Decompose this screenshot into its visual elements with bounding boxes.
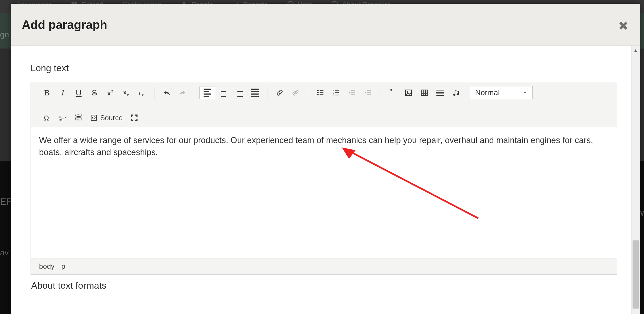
paragraph-format-select[interactable]: Normal [470,86,533,99]
editor-text: We offer a wide range of services for ou… [39,135,593,157]
undo-button[interactable] [159,86,175,99]
scroll-thumb[interactable] [633,240,639,309]
long-text-label: Long text [31,63,617,73]
image-button[interactable] [401,86,416,99]
link-button[interactable] [272,86,288,99]
path-p[interactable]: p [61,262,65,270]
align-justify-button[interactable] [247,86,263,99]
special-char-button[interactable]: Ω [39,111,55,124]
svg-text:3: 3 [333,94,334,97]
show-blocks-button[interactable] [71,111,87,124]
bulleted-list-button[interactable] [312,86,328,99]
svg-line-59 [347,150,478,218]
language-button[interactable]: 語 [55,111,71,124]
outdent-button[interactable] [344,86,360,99]
svg-text:Ω: Ω [44,114,49,122]
bg-text-av: av [0,248,9,257]
svg-rect-58 [91,115,97,120]
dialog-header: Add paragraph ✖ [11,4,640,46]
scroll-up-icon[interactable]: ▲ [632,47,640,54]
svg-marker-39 [365,91,366,94]
svg-marker-50 [524,92,526,93]
svg-text:2: 2 [127,93,129,97]
italic-button[interactable]: I [55,86,71,99]
svg-rect-32 [351,90,355,91]
svg-point-20 [317,90,319,91]
svg-rect-43 [421,90,428,95]
editor-toolbar: B I U S x2 x2 Ix [31,82,617,127]
svg-rect-29 [335,92,339,93]
indent-button[interactable] [360,86,376,99]
source-button[interactable]: Source [87,111,126,124]
remove-format-button[interactable]: Ix [134,86,150,99]
wysiwyg-editor: B I U S x2 x2 Ix [31,82,617,275]
table-button[interactable] [416,86,432,99]
svg-text:語: 語 [59,116,64,121]
chevron-down-icon [523,90,527,95]
svg-point-49 [457,93,459,96]
bg-text-er: EF [0,196,12,207]
subscript-button[interactable]: x2 [118,86,134,99]
source-label: Source [100,114,123,122]
svg-rect-21 [320,90,324,91]
horizontal-rule-button[interactable] [432,86,448,99]
svg-text:2: 2 [111,90,113,93]
svg-text:x: x [108,90,111,96]
svg-rect-56 [77,117,81,118]
prev-field-border [31,46,617,46]
align-left-button[interactable] [199,86,215,99]
close-icon[interactable]: ✖ [617,20,629,32]
media-button[interactable] [448,86,464,99]
svg-rect-37 [367,92,371,93]
svg-text:x: x [142,93,144,97]
svg-rect-55 [77,116,81,117]
editor-content[interactable]: We offer a wide range of services for ou… [31,127,617,258]
svg-rect-36 [367,90,371,91]
svg-text:I: I [139,90,141,96]
add-paragraph-dialog: Add paragraph ✖ Long text B I U S x2 x2 … [11,4,640,314]
svg-rect-38 [367,94,371,95]
dialog-scrollbar[interactable]: ▲ [631,46,640,314]
svg-point-42 [407,91,408,93]
svg-marker-60 [342,147,356,159]
format-value: Normal [475,88,500,97]
unlink-button[interactable] [288,86,303,99]
elements-path: body p [31,258,617,274]
svg-rect-23 [320,92,324,93]
maximize-button[interactable] [126,111,142,124]
svg-rect-57 [77,119,79,120]
svg-point-24 [317,94,319,95]
svg-rect-31 [335,95,339,96]
svg-marker-53 [65,117,67,119]
dialog-title: Add paragraph [22,18,107,32]
svg-rect-33 [351,92,355,93]
dialog-body: Long text B I U S x2 x2 Ix [11,46,631,314]
svg-rect-25 [320,94,324,95]
svg-point-48 [453,94,455,96]
redo-button[interactable] [175,86,190,99]
about-text-formats-link[interactable]: About text formats [31,280,617,291]
align-right-button[interactable] [231,86,247,99]
svg-text:”: ” [389,89,392,97]
svg-rect-34 [351,94,355,95]
svg-marker-35 [349,91,350,94]
superscript-button[interactable]: x2 [102,86,118,99]
source-icon [90,114,97,121]
underline-button[interactable]: U [71,86,87,99]
bg-text-ge: ge [0,30,9,39]
path-body[interactable]: body [39,262,54,270]
svg-rect-27 [335,90,339,91]
svg-point-22 [317,92,319,93]
svg-rect-12 [335,3,335,3]
numbered-list-button[interactable]: 123 [328,86,344,99]
strike-button[interactable]: S [87,86,102,99]
svg-text:x: x [123,89,126,95]
align-center-button[interactable] [215,86,231,99]
blockquote-button[interactable]: ” [385,86,401,99]
bold-button[interactable]: B [39,86,55,99]
annotation-arrow [336,142,484,224]
